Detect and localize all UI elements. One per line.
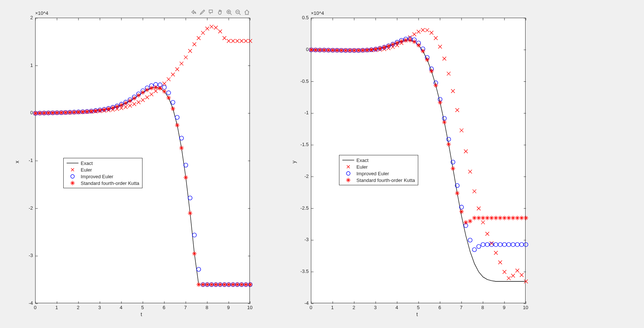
xtick-label: 9: [500, 305, 508, 310]
xtick-label: 3: [372, 305, 379, 310]
ytick-label: 1: [21, 62, 33, 68]
svg-point-172: [167, 91, 171, 95]
svg-point-176: [184, 163, 188, 167]
xtick-label: 6: [436, 305, 443, 310]
svg-point-806: [346, 172, 350, 175]
zoom-in-icon[interactable]: [225, 8, 233, 16]
legend-entry: Euler: [67, 166, 139, 173]
xlabel: t: [416, 311, 418, 317]
svg-point-589: [485, 243, 489, 247]
ytick-label: -2.5: [297, 205, 309, 211]
xtick-label: 1: [53, 305, 60, 310]
xtick-label: 8: [203, 305, 211, 310]
svg-point-580: [447, 137, 451, 141]
svg-point-585: [468, 238, 472, 242]
legend-label: Euler: [81, 167, 92, 173]
ytick-label: -3: [297, 237, 309, 242]
ytick-label: -1: [21, 158, 33, 163]
ytick-label: -1.5: [297, 142, 309, 147]
xtick-label: 8: [479, 305, 486, 310]
legend-label: Exact: [356, 158, 369, 163]
xtick-label: 5: [415, 305, 422, 310]
svg-point-175: [180, 136, 184, 140]
xtick-label: 10: [246, 305, 254, 310]
ytick-label: 2: [21, 15, 33, 20]
brush-icon[interactable]: [198, 8, 207, 16]
axes-x[interactable]: Exact Euler Improved Euler Standard four…: [35, 18, 250, 303]
svg-point-598: [524, 243, 528, 247]
ytick-label: 0: [21, 110, 33, 115]
svg-point-586: [472, 248, 476, 252]
legend-label: Exact: [81, 160, 93, 166]
axes-toolbar: [189, 8, 251, 16]
ylabel: x: [14, 161, 20, 163]
svg-point-173: [171, 100, 175, 104]
legend-entry: Euler: [342, 163, 415, 170]
ytick-label: -3.5: [297, 268, 309, 274]
legend-entry: Improved Euler: [67, 173, 139, 180]
axes-y[interactable]: Exact Euler Improved Euler Standard four…: [311, 18, 526, 303]
xtick-label: 4: [393, 305, 400, 310]
xlabel: t: [141, 311, 142, 317]
svg-point-587: [477, 244, 481, 248]
ytick-label: -2: [21, 205, 33, 211]
ytick-label: 0: [297, 47, 309, 52]
xtick-label: 7: [182, 305, 189, 310]
xtick-label: 4: [117, 305, 125, 310]
xtick-label: 1: [329, 305, 336, 310]
legend-entry: Exact: [67, 160, 139, 166]
svg-point-171: [162, 85, 167, 89]
svg-point-579: [442, 116, 446, 121]
xtick-label: 6: [160, 305, 168, 310]
legend-label: Improved Euler: [356, 171, 389, 176]
y-exponent: ×10^4: [311, 10, 324, 16]
xtick-label: 7: [457, 305, 465, 310]
svg-point-595: [511, 243, 515, 247]
svg-point-592: [498, 243, 502, 247]
legend[interactable]: Exact Euler Improved Euler Standard four…: [339, 155, 418, 185]
data-tip-icon[interactable]: [207, 8, 215, 16]
legend-label: Euler: [356, 164, 368, 170]
svg-rect-0: [209, 10, 212, 13]
xtick-label: 10: [522, 305, 529, 310]
legend-label: Improved Euler: [81, 174, 113, 179]
xtick-label: 2: [74, 305, 82, 310]
svg-point-177: [188, 196, 192, 200]
xtick-label: 3: [96, 305, 103, 310]
ytick-label: -0.5: [297, 78, 309, 84]
svg-point-594: [507, 243, 511, 247]
legend-entry: Exact: [342, 157, 415, 163]
ylabel: y: [291, 161, 297, 163]
svg-point-583: [460, 205, 464, 209]
y-exponent: ×10^4: [35, 10, 48, 16]
svg-point-179: [197, 267, 201, 271]
legend-label: Standard fourth-order Kutta: [356, 177, 415, 183]
legend[interactable]: Exact Euler Improved Euler Standard four…: [63, 158, 142, 188]
svg-point-591: [494, 243, 498, 247]
figure: Exact Euler Improved Euler Standard four…: [0, 0, 644, 328]
ytick-label: -3: [21, 253, 33, 258]
xtick-label: 5: [139, 305, 146, 310]
legend-entry: Improved Euler: [342, 170, 415, 177]
ytick-label: -4: [297, 300, 309, 306]
pan-icon[interactable]: [216, 8, 224, 16]
legend-entry: Standard fourth-order Kutta: [342, 177, 415, 183]
share-icon[interactable]: [189, 8, 198, 16]
svg-point-581: [451, 160, 455, 164]
legend-label: Standard fourth-order Kutta: [81, 180, 139, 186]
ytick-label: -4: [21, 300, 33, 306]
xtick-label: 2: [350, 305, 358, 310]
svg-point-593: [503, 243, 507, 247]
svg-point-597: [520, 243, 524, 247]
ytick-label: -1: [297, 110, 309, 115]
home-icon[interactable]: [243, 8, 251, 16]
ytick-label: 0.5: [297, 15, 309, 20]
legend-entry: Standard fourth-order Kutta: [67, 180, 139, 186]
svg-point-399: [71, 175, 74, 178]
svg-point-596: [515, 243, 519, 247]
zoom-out-icon[interactable]: [234, 8, 242, 16]
svg-point-174: [175, 115, 179, 119]
svg-point-588: [481, 243, 485, 247]
xtick-label: 9: [225, 305, 232, 310]
svg-point-178: [192, 233, 197, 237]
